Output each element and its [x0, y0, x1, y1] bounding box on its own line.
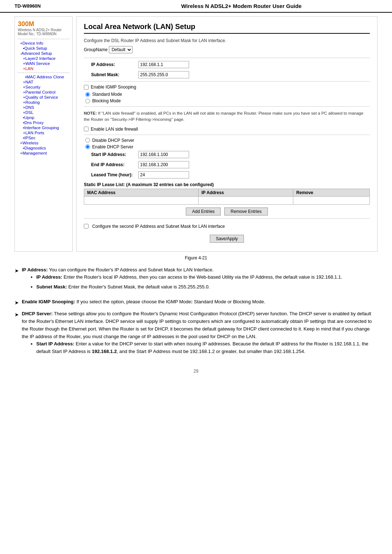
body-ip-address-content: IP Address: You can configure the Router…: [22, 266, 377, 295]
note-text: If "LAN side firewall" is enabled, all P…: [84, 111, 363, 122]
section-divider-1: [84, 58, 370, 58]
sidebar-item-quick-setup[interactable]: •Quick Setup: [18, 46, 69, 51]
sidebar-item-parental[interactable]: +Parental Control: [18, 90, 69, 95]
list-item-ip: IP Address: Enter the Router's local IP …: [36, 274, 377, 281]
disable-dhcp-row: Disable DHCP Server: [84, 138, 370, 143]
body-igmp-text2: Standard Mode or Blocking Mode.: [193, 299, 265, 304]
sidebar-item-device-info[interactable]: +Device Info: [18, 41, 69, 46]
body-ip-list: IP Address: Enter the Router's local IP …: [36, 274, 377, 291]
brand-subtitle: Wireless N ADSL2+ Router: [18, 28, 69, 32]
add-entries-button[interactable]: Add Entries: [186, 208, 221, 216]
blocking-mode-radio[interactable]: [85, 99, 90, 103]
enable-dhcp-label: Enable DHCP Server: [92, 144, 133, 149]
blocking-mode-label: Blocking Mode: [92, 98, 121, 103]
li-start-ip-bold: 192.168.1.2: [92, 349, 117, 354]
sidebar-item-qos[interactable]: +Quality of Service: [18, 95, 69, 100]
ip-address-row: IP Address:: [84, 61, 370, 68]
body-dhcp-label: DHCP Server:: [22, 311, 53, 316]
standard-mode-row: Standard Mode: [84, 92, 370, 97]
list-item-subnet: Subnet Mask: Enter the Router's Subnet M…: [36, 283, 377, 291]
body-ip-label: IP Address:: [22, 267, 48, 272]
second-ip-label: Configure the second IP Address and Subn…: [92, 224, 225, 229]
end-ip-label: End IP Address:: [91, 162, 138, 167]
body-igmp-text: If you select the option, please choose …: [77, 299, 191, 304]
disable-dhcp-label: Disable DHCP Server: [92, 138, 134, 143]
li-ip-label: IP Address:: [36, 274, 62, 280]
list-item-start-ip: Start IP Address: Enter a value for the …: [36, 340, 377, 356]
sidebar-item-diagnostics[interactable]: •Diagnostics: [18, 145, 69, 151]
sidebar-item-dns[interactable]: +DNS: [18, 105, 69, 110]
lan-firewall-checkbox[interactable]: [84, 127, 89, 131]
standard-mode-label: Standard Mode: [92, 92, 122, 97]
static-ip-table: MAC Address IP Address Remove: [84, 189, 370, 205]
sidebar-item-mac-clone[interactable]: •MAC Address Clone: [18, 74, 69, 79]
table-header-remove: Remove: [293, 189, 370, 196]
sidebar-item-upnp[interactable]: •Upnp: [18, 115, 69, 120]
arrow-icon-2: ➤: [15, 299, 19, 307]
static-ip-section: Static IP Lease List: (A maximum 32 entr…: [84, 182, 370, 216]
body-item-igmp: ➤ Enable IGMP Snooping: If you select th…: [15, 298, 377, 307]
groupname-row: GroupName Default: [84, 46, 370, 53]
body-item-ip-address: ➤ IP Address: You can configure the Rout…: [15, 266, 377, 295]
li-subnet-text: Enter the Router's Subnet Mask, the defa…: [68, 284, 210, 290]
sidebar-item-wireless[interactable]: +Wireless: [18, 140, 69, 145]
standard-mode-radio[interactable]: [85, 92, 90, 97]
second-ip-section: Configure the second IP Address and Subn…: [84, 224, 370, 229]
content-title: Local Area Network (LAN) Setup: [84, 22, 370, 34]
second-ip-checkbox[interactable]: [84, 224, 89, 229]
sidebar-item-lan-ports[interactable]: +LAN Ports: [18, 130, 69, 135]
body-item-dhcp: ➤ DHCP Server: These settings allow you …: [15, 310, 377, 359]
sidebar-item-lan[interactable]: +LAN: [18, 66, 69, 71]
disable-dhcp-radio[interactable]: [85, 138, 90, 143]
ip-address-label: IP Address:: [91, 62, 138, 67]
groupname-select[interactable]: Default: [109, 46, 132, 53]
subnet-mask-input[interactable]: [138, 71, 189, 78]
li-start-ip-label: Start IP Address:: [36, 341, 74, 346]
ip-address-input[interactable]: [138, 61, 189, 68]
sidebar-item-routing[interactable]: +Routing: [18, 100, 69, 105]
subnet-mask-row: Subnet Mask:: [84, 71, 370, 78]
table-row-empty: [84, 196, 370, 204]
sidebar-item-management[interactable]: +Management: [18, 151, 69, 156]
lan-firewall-row: Enable LAN side firewall: [84, 127, 370, 132]
arrow-icon-1: ➤: [15, 267, 19, 275]
section-divider-2: [84, 81, 370, 82]
note-box: NOTE: If "LAN side firewall" is enabled,…: [84, 110, 370, 123]
body-dhcp-content: DHCP Server: These settings allow you to…: [22, 310, 377, 359]
sidebar-item-wan[interactable]: +WAN Service: [18, 61, 69, 66]
enable-dhcp-radio[interactable]: [85, 144, 90, 149]
sidebar: 300M Wireless N ADSL2+ Router Model No.:…: [15, 16, 73, 252]
save-row: Save/Apply: [84, 235, 370, 243]
sidebar-item-nat[interactable]: +NAT: [18, 79, 69, 85]
table-header-mac: MAC Address: [84, 189, 199, 196]
table-header-ip: IP Address: [198, 189, 293, 196]
content-area: Local Area Network (LAN) Setup Configure…: [76, 16, 377, 252]
sidebar-item-advanced-setup[interactable]: -Advanced Setup: [18, 51, 69, 56]
main-container: 300M Wireless N ADSL2+ Router Model No.:…: [0, 16, 392, 252]
igmp-snooping-row: Enable IGMP Snooping: [84, 85, 370, 90]
start-ip-input[interactable]: [138, 151, 189, 158]
remove-entries-button[interactable]: Remove Entries: [224, 208, 268, 216]
body-igmp-content: Enable IGMP Snooping: If you select the …: [22, 298, 377, 306]
sidebar-item-ipsec[interactable]: •IPSec: [18, 135, 69, 140]
page-number: 29: [0, 363, 392, 377]
igmp-snooping-checkbox[interactable]: [84, 85, 89, 90]
sidebar-item-security[interactable]: +Security: [18, 85, 69, 90]
sidebar-item-dsl[interactable]: +DSL: [18, 110, 69, 115]
section-divider-4: [84, 135, 370, 135]
brand-model: Model No.: TD-W8960N: [18, 32, 69, 36]
sidebar-item-interface-grouping[interactable]: •Interface Grouping: [18, 125, 69, 130]
sidebar-item-layer2[interactable]: +Layer2 Interface: [18, 56, 69, 61]
save-apply-button[interactable]: Save/Apply: [210, 235, 244, 243]
brand-name: 300M: [18, 20, 69, 28]
start-ip-row: Start IP Address:: [84, 151, 370, 158]
body-dhcp-list: Start IP Address: Enter a value for the …: [36, 340, 377, 356]
leased-time-input[interactable]: [138, 171, 189, 178]
entries-button-row: Add Entries Remove Entries: [84, 208, 370, 216]
leased-time-label: Leased Time (hour):: [91, 172, 138, 177]
end-ip-input[interactable]: [138, 161, 189, 168]
start-ip-label: Start IP Address:: [91, 152, 138, 157]
end-ip-row: End IP Address:: [84, 161, 370, 168]
li-start-ip-text2: , and the Start IP Address must be 192.1…: [117, 349, 305, 354]
sidebar-item-dns-proxy[interactable]: •Dns Proxy: [18, 120, 69, 125]
